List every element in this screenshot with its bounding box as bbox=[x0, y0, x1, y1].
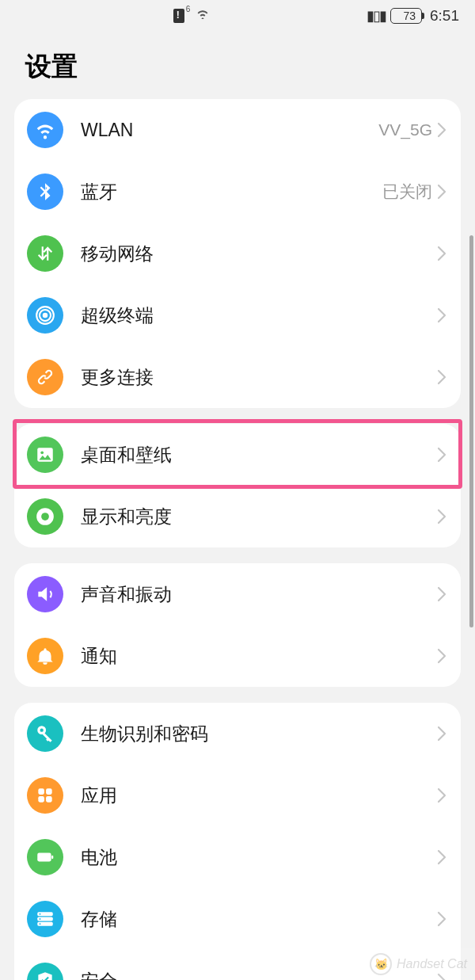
sound-icon bbox=[27, 576, 63, 612]
wifi-icon bbox=[27, 112, 63, 148]
chevron-right-icon bbox=[437, 586, 446, 602]
settings-row-mobile[interactable]: 移动网络 bbox=[14, 223, 461, 284]
key-icon bbox=[27, 715, 63, 752]
settings-row-storage[interactable]: 存储 bbox=[14, 888, 461, 950]
row-label: 电池 bbox=[81, 845, 437, 870]
shield-icon bbox=[27, 963, 63, 980]
chevron-right-icon bbox=[437, 122, 446, 138]
chevron-right-icon bbox=[437, 849, 446, 865]
battery-icon bbox=[27, 839, 63, 875]
chevron-right-icon bbox=[437, 369, 446, 385]
watermark: 🐱 Handset Cat bbox=[362, 948, 475, 980]
storage-icon bbox=[27, 901, 63, 937]
scroll-indicator[interactable] bbox=[469, 235, 473, 627]
row-label: 显示和亮度 bbox=[81, 505, 437, 529]
settings-group: WLANVV_5G蓝牙已关闭移动网络超级终端更多连接 bbox=[14, 99, 461, 408]
super-device-icon bbox=[27, 297, 63, 334]
bell-icon bbox=[27, 638, 63, 674]
chevron-right-icon bbox=[437, 307, 446, 323]
row-value: 已关闭 bbox=[382, 181, 432, 203]
wallpaper-icon bbox=[27, 437, 63, 473]
row-label: 桌面和壁纸 bbox=[81, 443, 437, 467]
row-label: 通知 bbox=[81, 644, 437, 669]
settings-row-super-device[interactable]: 超级终端 bbox=[14, 284, 461, 346]
settings-row-bluetooth[interactable]: 蓝牙已关闭 bbox=[14, 161, 461, 223]
settings-row-wlan[interactable]: WLANVV_5G bbox=[14, 99, 461, 161]
status-bar: 6 ▮▯▮ 73 6:51 bbox=[0, 0, 475, 32]
wifi-status-icon: 6 bbox=[188, 7, 210, 25]
row-label: 超级终端 bbox=[81, 303, 437, 328]
link-icon bbox=[27, 359, 63, 395]
row-label: 蓝牙 bbox=[81, 180, 382, 204]
chevron-right-icon bbox=[437, 726, 446, 742]
settings-row-battery[interactable]: 电池 bbox=[14, 826, 461, 888]
chevron-right-icon bbox=[437, 911, 446, 927]
row-value: VV_5G bbox=[378, 120, 432, 139]
row-label: 生物识别和密码 bbox=[81, 722, 437, 746]
row-label: 移动网络 bbox=[81, 242, 437, 266]
settings-row-sound[interactable]: 声音和振动 bbox=[14, 563, 461, 625]
settings-row-display[interactable]: 显示和亮度 bbox=[14, 486, 461, 547]
settings-group: 生物识别和密码应用电池存储安全 bbox=[14, 703, 461, 980]
status-left: 6 bbox=[16, 7, 367, 25]
chevron-right-icon bbox=[437, 246, 446, 261]
settings-group: 声音和振动通知 bbox=[14, 563, 461, 687]
chevron-right-icon bbox=[437, 787, 446, 803]
settings-list: WLANVV_5G蓝牙已关闭移动网络超级终端更多连接桌面和壁纸显示和亮度声音和振… bbox=[0, 99, 475, 980]
settings-row-biometrics[interactable]: 生物识别和密码 bbox=[14, 703, 461, 765]
page-title: 设置 bbox=[0, 32, 475, 99]
chevron-right-icon bbox=[437, 447, 446, 463]
row-label: 声音和振动 bbox=[81, 582, 437, 607]
battery-pct: 73 bbox=[400, 10, 419, 22]
row-label: 存储 bbox=[81, 907, 437, 932]
mobile-data-icon bbox=[27, 235, 63, 272]
settings-row-home-wallpaper[interactable]: 桌面和壁纸 bbox=[14, 424, 461, 486]
clock: 6:51 bbox=[430, 7, 459, 25]
status-right: ▮▯▮ 73 6:51 bbox=[367, 7, 459, 25]
settings-row-notifications[interactable]: 通知 bbox=[14, 625, 461, 687]
chevron-right-icon bbox=[437, 184, 446, 200]
settings-group: 桌面和壁纸显示和亮度 bbox=[14, 424, 461, 547]
watermark-logo-icon: 🐱 bbox=[370, 953, 392, 975]
row-label: 更多连接 bbox=[81, 365, 437, 390]
bluetooth-icon bbox=[27, 174, 63, 210]
settings-row-more-conn[interactable]: 更多连接 bbox=[14, 346, 461, 408]
row-label: WLAN bbox=[81, 120, 378, 141]
row-label: 应用 bbox=[81, 784, 437, 808]
sim-alert-icon bbox=[173, 9, 184, 23]
watermark-text: Handset Cat bbox=[397, 957, 467, 971]
vibrate-icon: ▮▯▮ bbox=[367, 7, 386, 25]
battery-indicator: 73 bbox=[390, 8, 422, 24]
chevron-right-icon bbox=[437, 648, 446, 664]
chevron-right-icon bbox=[437, 509, 446, 524]
settings-row-apps[interactable]: 应用 bbox=[14, 765, 461, 826]
display-icon bbox=[27, 498, 63, 535]
apps-icon bbox=[27, 777, 63, 814]
